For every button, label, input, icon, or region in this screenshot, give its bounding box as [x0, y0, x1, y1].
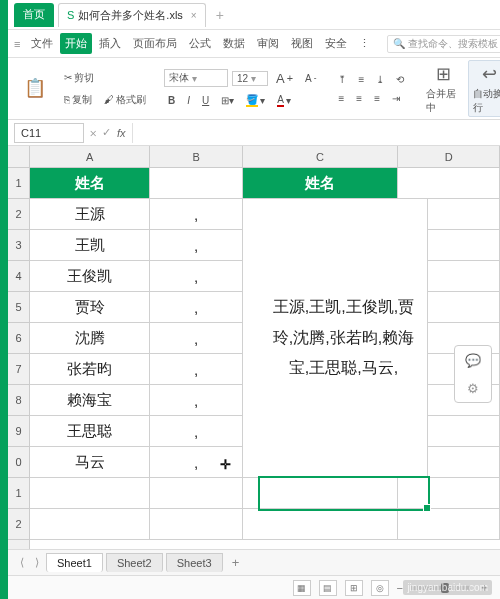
menu-more[interactable]: ⋮	[354, 34, 375, 53]
cell-a2[interactable]: 王源	[30, 199, 150, 230]
cell-c11[interactable]	[243, 478, 398, 509]
menu-insert[interactable]: 插入	[94, 33, 126, 54]
document-tab[interactable]: S 如何合并多个姓名.xls ×	[58, 3, 206, 27]
zoom-out-button[interactable]: −	[397, 582, 403, 594]
view-break-button[interactable]: ⊞	[345, 580, 363, 596]
name-box[interactable]: C11	[14, 123, 84, 143]
menu-view[interactable]: 视图	[286, 33, 318, 54]
row-header[interactable]: 5	[8, 292, 29, 323]
cell-a5[interactable]: 贾玲	[30, 292, 150, 323]
cell-b5[interactable]: ,	[150, 292, 243, 323]
col-header-b[interactable]: B	[150, 146, 243, 167]
command-search[interactable]: 🔍 查找命令、搜索模板	[387, 35, 500, 53]
sheet-nav-prev[interactable]: ⟨	[16, 556, 28, 569]
paste-button[interactable]: 📋 粘贴	[14, 60, 56, 117]
font-size-select[interactable]: 12▾	[232, 71, 268, 86]
italic-button[interactable]: I	[183, 92, 194, 109]
cell-b8[interactable]: ,	[150, 385, 243, 416]
underline-button[interactable]: U	[198, 92, 213, 109]
row-header[interactable]: 9	[8, 416, 29, 447]
sheet-tab-3[interactable]: Sheet3	[166, 553, 223, 572]
col-header-d[interactable]: D	[398, 146, 500, 167]
wrap-text-button[interactable]: ↩ 自动换行	[468, 60, 500, 117]
row-header[interactable]: 2	[8, 509, 29, 540]
cell-b11[interactable]	[150, 478, 243, 509]
menu-security[interactable]: 安全	[320, 33, 352, 54]
cell-a3[interactable]: 王凯	[30, 230, 150, 261]
menu-icon[interactable]: ≡	[14, 38, 20, 50]
increase-font-button[interactable]: A+	[272, 68, 297, 89]
add-sheet-button[interactable]: +	[226, 555, 246, 570]
row-header[interactable]: 6	[8, 323, 29, 354]
orientation-button[interactable]: ⟲	[392, 71, 408, 88]
cell-b3[interactable]: ,	[150, 230, 243, 261]
font-name-select[interactable]: 宋体▾	[164, 69, 228, 87]
settings-icon[interactable]: ⚙	[467, 381, 479, 396]
menu-file[interactable]: 文件	[26, 33, 58, 54]
format-painter-button[interactable]: 🖌 格式刷	[100, 90, 150, 110]
select-all-corner[interactable]	[8, 146, 30, 168]
formula-input[interactable]	[132, 123, 500, 143]
font-color-button[interactable]: A▾	[273, 91, 295, 110]
close-tab-icon[interactable]: ×	[191, 10, 197, 21]
column-headers[interactable]: A B C D	[30, 146, 500, 168]
align-left-button[interactable]: ≡	[334, 90, 348, 107]
cell-a4[interactable]: 王俊凯	[30, 261, 150, 292]
view-page-button[interactable]: ▤	[319, 580, 337, 596]
comment-icon[interactable]: 💬	[465, 353, 481, 368]
menu-formulas[interactable]: 公式	[184, 33, 216, 54]
home-tab[interactable]: 首页	[14, 3, 54, 27]
align-middle-button[interactable]: ≡	[354, 71, 368, 88]
cell-a9[interactable]: 王思聪	[30, 416, 150, 447]
cell-b9[interactable]: ,	[150, 416, 243, 447]
align-top-button[interactable]: ⤒	[334, 71, 350, 88]
sheet-tab-1[interactable]: Sheet1	[46, 553, 103, 572]
align-bottom-button[interactable]: ⤓	[372, 71, 388, 88]
cell-a11[interactable]	[30, 478, 150, 509]
cell-d1[interactable]	[398, 168, 500, 199]
menu-data[interactable]: 数据	[218, 33, 250, 54]
border-button[interactable]: ⊞▾	[217, 92, 238, 109]
sheet-tab-2[interactable]: Sheet2	[106, 553, 163, 572]
row-header[interactable]: 0	[8, 447, 29, 478]
cell-c1[interactable]: 姓名	[243, 168, 398, 199]
cell-a6[interactable]: 沈腾	[30, 323, 150, 354]
copy-button[interactable]: ⎘ 复制	[60, 90, 96, 110]
cell-a8[interactable]: 赖海宝	[30, 385, 150, 416]
new-tab-button[interactable]: +	[210, 7, 230, 23]
decrease-font-button[interactable]: A-	[301, 70, 320, 87]
confirm-formula-icon[interactable]: ✓	[102, 126, 111, 139]
side-panel[interactable]: 💬 ⚙	[454, 345, 492, 403]
cell-b6[interactable]: ,	[150, 323, 243, 354]
cell-a1[interactable]: 姓名	[30, 168, 150, 199]
menu-page-layout[interactable]: 页面布局	[128, 33, 182, 54]
col-header-a[interactable]: A	[30, 146, 150, 167]
row-header[interactable]: 2	[8, 199, 29, 230]
row-header[interactable]: 1	[8, 478, 29, 509]
spreadsheet-grid[interactable]: A B C D 1 2 3 4 5 6 7 8 9 0 1 2 姓名 姓名	[8, 146, 500, 549]
sheet-nav-next[interactable]: ⟩	[31, 556, 43, 569]
cut-button[interactable]: ✂ 剪切	[60, 68, 98, 88]
row-header[interactable]: 1	[8, 168, 29, 199]
cell-b7[interactable]: ,	[150, 354, 243, 385]
indent-button[interactable]: ⇥	[388, 90, 404, 107]
fx-label[interactable]: fx	[111, 127, 132, 139]
menu-review[interactable]: 审阅	[252, 33, 284, 54]
fill-color-button[interactable]: 🪣▾	[242, 91, 269, 110]
view-reading-button[interactable]: ◎	[371, 580, 389, 596]
cancel-formula-icon[interactable]: ⨉	[90, 126, 96, 139]
bold-button[interactable]: B	[164, 92, 179, 109]
row-header[interactable]: 8	[8, 385, 29, 416]
cell-b2[interactable]: ,	[150, 199, 243, 230]
merge-center-button[interactable]: ⊞ 合并居中	[422, 60, 464, 117]
cell-c2-merged[interactable]: 王源,王凯,王俊凯,贾玲,沈腾,张若昀,赖海宝,王思聪,马云,	[260, 199, 428, 478]
cell-b1[interactable]	[150, 168, 243, 199]
view-normal-button[interactable]: ▦	[293, 580, 311, 596]
cell-a10[interactable]: 马云	[30, 447, 150, 478]
align-center-button[interactable]: ≡	[352, 90, 366, 107]
col-header-c[interactable]: C	[243, 146, 398, 167]
cells-area[interactable]: 姓名 姓名 王源, 王凯, 王俊凯, 贾玲, 沈腾, 张若昀, 赖海宝, 王思聪…	[30, 168, 500, 549]
row-headers[interactable]: 1 2 3 4 5 6 7 8 9 0 1 2	[8, 168, 30, 549]
row-header[interactable]: 4	[8, 261, 29, 292]
row-header[interactable]: 3	[8, 230, 29, 261]
